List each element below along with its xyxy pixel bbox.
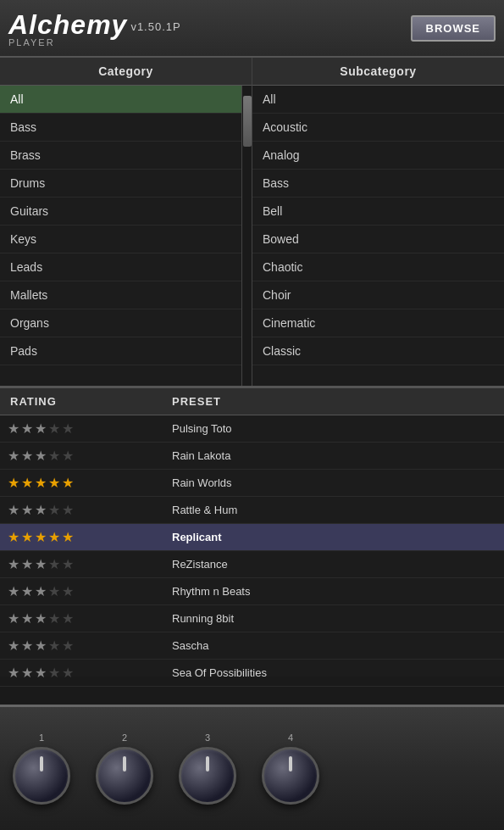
bottom-controls: 1 2 3 4	[0, 705, 504, 830]
star-icon: ★	[8, 502, 19, 518]
star-empty-icon: ★	[62, 610, 74, 627]
star-gold-icon: ★	[35, 529, 47, 545]
knob-label-1: 1	[39, 733, 44, 743]
category-item-guitars[interactable]: Guitars	[0, 198, 252, 226]
subcategory-item-chaotic[interactable]: Chaotic	[252, 253, 504, 281]
category-item-drums[interactable]: Drums	[0, 170, 252, 198]
knob-label-4: 4	[288, 733, 293, 743]
star-icon: ★	[21, 556, 33, 572]
category-item-all[interactable]: All	[0, 86, 252, 114]
subcategory-item-analog[interactable]: Analog	[252, 142, 504, 170]
star-empty-icon: ★	[48, 610, 60, 627]
star-icon: ★	[21, 638, 33, 654]
star-empty-icon: ★	[48, 556, 60, 572]
knob-3[interactable]	[179, 747, 236, 805]
subcategory-item-all[interactable]: All	[252, 86, 504, 114]
category-item-mallets[interactable]: Mallets	[0, 281, 252, 309]
preset-row-rattle-hum[interactable]: ★ ★ ★ ★ ★ Rattle & Hum	[0, 497, 504, 524]
subcategory-item-bowed[interactable]: Bowed	[252, 226, 504, 253]
rating-sascha: ★ ★ ★ ★ ★	[0, 636, 165, 655]
star-icon: ★	[35, 502, 47, 518]
knob-group-1: 1	[13, 733, 70, 805]
star-icon: ★	[35, 421, 47, 437]
rating-column-header: RATING	[0, 393, 165, 409]
preset-row-sascha[interactable]: ★ ★ ★ ★ ★ Sascha	[0, 632, 504, 660]
rating-rain-lakota: ★ ★ ★ ★ ★	[0, 446, 165, 465]
star-icon: ★	[8, 583, 19, 599]
logo-area: Alchemyv1.50.1P PLAYER	[8, 9, 181, 47]
preset-row-pulsing-toto[interactable]: ★ ★ ★ ★ ★ Pulsing Toto	[0, 415, 504, 443]
category-panel: Category All Bass Brass Drums Guitars Ke…	[0, 58, 252, 386]
knob-group-2: 2	[96, 733, 153, 805]
category-item-leads[interactable]: Leads	[0, 253, 252, 281]
star-gold-icon: ★	[21, 475, 33, 491]
preset-row-rhythm-n-beats[interactable]: ★ ★ ★ ★ ★ Rhythm n Beats	[0, 578, 504, 605]
preset-row-replicant[interactable]: ★ ★ ★ ★ ★ Replicant	[0, 524, 504, 551]
preset-row-rezistance[interactable]: ★ ★ ★ ★ ★ ReZistance	[0, 551, 504, 578]
subcategory-item-bell[interactable]: Bell	[252, 198, 504, 226]
subcategory-item-choir[interactable]: Choir	[252, 281, 504, 309]
star-empty-icon: ★	[48, 448, 60, 464]
star-gold-icon: ★	[48, 529, 60, 545]
star-empty-icon: ★	[48, 502, 60, 518]
star-icon: ★	[8, 556, 19, 572]
preset-row-running-8bit[interactable]: ★ ★ ★ ★ ★ Running 8bit	[0, 605, 504, 632]
subtitle-text: PLAYER	[8, 37, 181, 47]
preset-row-rain-lakota[interactable]: ★ ★ ★ ★ ★ Rain Lakota	[0, 443, 504, 470]
category-scrollbar[interactable]	[241, 86, 252, 386]
preset-name: Sascha	[165, 638, 215, 654]
category-item-keys[interactable]: Keys	[0, 226, 252, 253]
subcategory-item-classic[interactable]: Classic	[252, 337, 504, 365]
star-icon: ★	[8, 421, 19, 437]
preset-row-rain-worlds[interactable]: ★ ★ ★ ★ ★ Rain Worlds	[0, 470, 504, 497]
preset-name: Rain Worlds	[165, 475, 239, 491]
star-empty-icon: ★	[62, 638, 74, 654]
star-icon: ★	[8, 638, 19, 654]
preset-name: Rain Lakota	[165, 448, 237, 464]
subcategory-item-cinematic[interactable]: Cinematic	[252, 309, 504, 337]
browse-button[interactable]: BROWSE	[411, 15, 496, 42]
knob-1[interactable]	[13, 747, 70, 805]
title-text: Alchemy	[8, 9, 127, 40]
preset-name: Pulsing Toto	[165, 421, 239, 437]
preset-name: Rattle & Hum	[165, 502, 244, 518]
subcategory-item-bass[interactable]: Bass	[252, 170, 504, 198]
star-gold-icon: ★	[21, 529, 33, 545]
preset-row-sea-of-possibilities[interactable]: ★ ★ ★ ★ ★ Sea Of Possibilities	[0, 660, 504, 687]
scroll-thumb[interactable]	[243, 96, 252, 147]
star-icon: ★	[21, 448, 33, 464]
preset-column-header: PRESET	[165, 393, 228, 409]
star-gold-icon: ★	[35, 475, 47, 491]
category-item-bass[interactable]: Bass	[0, 114, 252, 142]
star-icon: ★	[8, 610, 19, 627]
star-empty-icon: ★	[48, 583, 60, 599]
knob-4[interactable]	[262, 747, 319, 805]
category-list: All Bass Brass Drums Guitars Keys Leads …	[0, 86, 252, 386]
preset-name: Rhythm n Beats	[165, 583, 258, 599]
star-gold-icon: ★	[48, 475, 60, 491]
rating-rain-worlds: ★ ★ ★ ★ ★	[0, 473, 165, 493]
star-empty-icon: ★	[62, 556, 74, 572]
star-empty-icon: ★	[48, 638, 60, 654]
star-empty-icon: ★	[48, 421, 60, 437]
star-icon: ★	[8, 448, 19, 464]
star-icon: ★	[8, 665, 19, 681]
preset-name: Replicant	[165, 529, 229, 545]
preset-name: Sea Of Possibilities	[165, 665, 274, 681]
knob-2[interactable]	[96, 747, 153, 805]
subcategory-item-acoustic[interactable]: Acoustic	[252, 114, 504, 142]
star-empty-icon: ★	[62, 448, 74, 464]
category-item-pads[interactable]: Pads	[0, 337, 252, 365]
knob-label-2: 2	[122, 733, 127, 743]
category-section: Category All Bass Brass Drums Guitars Ke…	[0, 58, 504, 388]
star-empty-icon: ★	[48, 665, 60, 681]
header: Alchemyv1.50.1P PLAYER BROWSE	[0, 0, 504, 58]
category-item-organs[interactable]: Organs	[0, 309, 252, 337]
star-icon: ★	[21, 665, 33, 681]
star-empty-icon: ★	[62, 421, 74, 437]
preset-header: RATING PRESET	[0, 388, 504, 415]
category-item-brass[interactable]: Brass	[0, 142, 252, 170]
knob-group-4: 4	[262, 733, 319, 805]
star-icon: ★	[35, 610, 47, 627]
rating-rezistance: ★ ★ ★ ★ ★	[0, 554, 165, 574]
